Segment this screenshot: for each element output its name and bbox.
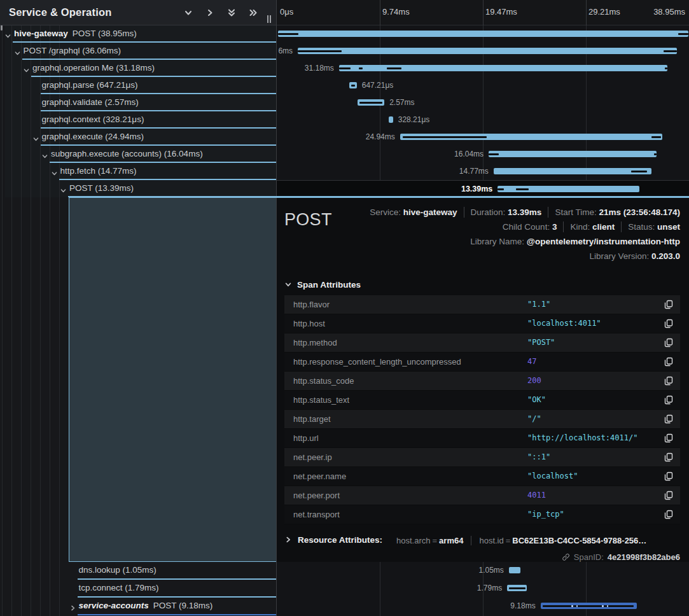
span-duration-bar[interactable]	[498, 186, 639, 192]
chevron-down-icon[interactable]	[14, 48, 21, 55]
attribute-row[interactable]: net.transport"ip_tcp"	[284, 505, 680, 524]
copy-icon[interactable]	[664, 452, 674, 462]
span-duration-bar[interactable]	[278, 31, 688, 37]
span-color-underline	[78, 614, 277, 615]
attribute-row[interactable]: http.target"/"	[284, 410, 680, 429]
span-attributes-header[interactable]: Span Attributes	[284, 280, 680, 290]
tree-row[interactable]: graphql.operation Me (31.18ms)	[0, 60, 276, 77]
span-name-label: dns.lookup (1.05ms)	[79, 565, 157, 575]
span-duration-bar[interactable]	[400, 134, 662, 140]
span-duration-bar[interactable]	[339, 65, 667, 71]
span-duration-bar[interactable]	[494, 168, 651, 174]
attribute-value: "localhost"	[527, 472, 664, 480]
copy-icon[interactable]	[664, 509, 674, 519]
tree-panel-title: Service & Operation	[0, 6, 112, 18]
tree-panel-header: Service & Operation	[0, 0, 276, 25]
attribute-row[interactable]: http.host"localhost:4011"	[284, 314, 680, 333]
attribute-value: "http://localhost:4011/"	[527, 433, 664, 442]
span-duration-bar[interactable]	[389, 116, 393, 123]
tree-row[interactable]: graphql.execute (24.94ms)	[0, 129, 276, 146]
copy-icon[interactable]	[664, 395, 674, 405]
attribute-row[interactable]: http.status_text"OK"	[284, 391, 680, 410]
attribute-row[interactable]: http.url"http://localhost:4011/"	[284, 429, 680, 448]
copy-icon[interactable]	[664, 375, 674, 386]
timeline-row[interactable]: 328.21μs	[277, 111, 689, 129]
timeline-row[interactable]: 24.94ms	[277, 129, 689, 146]
attribute-row[interactable]: http.response_content_length_uncompresse…	[284, 353, 680, 372]
chevrons-right-icon[interactable]	[247, 8, 258, 18]
span-duration-bar[interactable]	[541, 603, 637, 609]
attribute-row[interactable]: net.peer.ip"::1"	[284, 448, 680, 467]
timeline-tick: 0μs	[280, 7, 293, 17]
chevron-down-icon[interactable]	[23, 65, 30, 72]
tree-row[interactable]: subgraph.execute (accounts) (16.04ms)	[0, 146, 276, 163]
tree-row[interactable]: tcp.connect (1.79ms)	[0, 580, 276, 598]
operation-name: POST (13.39ms)	[69, 183, 134, 193]
span-duration-bar[interactable]	[509, 567, 520, 573]
span-id-value[interactable]: 4e21998f3b82abe6	[608, 552, 680, 562]
tree-row[interactable]: graphql.parse (647.21μs)	[0, 77, 276, 94]
chevron-right-icon[interactable]	[69, 603, 76, 610]
chevron-down-icon[interactable]	[183, 8, 193, 18]
tree-row[interactable]: graphql.validate (2.57ms)	[0, 94, 276, 111]
tree-row[interactable]: dns.lookup (1.05ms)	[0, 562, 276, 580]
copy-icon[interactable]	[664, 471, 674, 481]
copy-icon[interactable]	[664, 433, 674, 443]
attribute-key: http.target	[293, 414, 527, 424]
span-duration-bar[interactable]	[298, 48, 677, 54]
attribute-key: http.flavor	[293, 300, 527, 309]
copy-icon[interactable]	[664, 414, 674, 424]
timeline-row[interactable]: 31.18ms	[277, 60, 689, 77]
chevron-down-icon[interactable]	[51, 168, 58, 175]
attribute-row[interactable]: net.peer.name"localhost"	[284, 467, 680, 486]
timeline-row[interactable]: 13.39ms	[277, 180, 689, 197]
chevron-down-icon[interactable]	[4, 31, 11, 38]
span-duration-bar[interactable]	[349, 82, 357, 88]
attribute-row[interactable]: http.status_code200	[284, 372, 680, 391]
chevron-right-icon[interactable]	[204, 8, 215, 18]
timeline-row[interactable]: 14.77ms	[277, 163, 689, 180]
copy-icon[interactable]	[664, 356, 674, 367]
span-duration-bar[interactable]	[489, 151, 657, 157]
span-duration-bar[interactable]	[507, 585, 527, 591]
timeline-gridline	[586, 0, 587, 25]
child-span-mark	[654, 153, 657, 155]
timeline-row[interactable]: 1.05ms	[277, 562, 689, 580]
tree-row[interactable]: http.fetch (14.77ms)	[0, 163, 276, 180]
timeline-row[interactable]: 1.79ms	[277, 580, 689, 598]
attribute-row[interactable]: net.peer.port4011	[284, 486, 680, 505]
span-name-label: service-accountsPOST (9.18ms)	[79, 601, 213, 610]
service-name: hive-gateway	[14, 29, 68, 38]
timeline-row[interactable]: 647.21μs	[277, 77, 689, 94]
chevron-down-icon[interactable]	[60, 185, 67, 192]
child-span-mark	[387, 67, 401, 69]
attribute-key: http.response_content_length_uncompresse…	[293, 357, 527, 367]
copy-icon[interactable]	[664, 337, 674, 347]
span-name-label: POST (13.39ms)	[69, 183, 134, 193]
attribute-value: 47	[527, 357, 664, 366]
copy-icon[interactable]	[664, 318, 674, 328]
attribute-row[interactable]: http.flavor"1.1"	[284, 295, 680, 314]
resource-attributes-row[interactable]: Resource Attributes: host.arch=arm64host…	[284, 535, 680, 546]
link-icon[interactable]	[562, 553, 570, 561]
timeline-rows-bottom: 1.05ms1.79ms9.18ms	[277, 562, 689, 616]
timeline-row[interactable]: 2.57ms	[277, 94, 689, 111]
copy-icon[interactable]	[664, 490, 674, 500]
span-name-label: hive-gatewayPOST (38.95ms)	[14, 29, 137, 38]
timeline-row[interactable]: 6ms	[277, 43, 689, 60]
timeline-row[interactable]: 16.04ms	[277, 146, 689, 163]
span-duration-bar[interactable]	[358, 99, 384, 106]
timeline-row[interactable]	[277, 25, 689, 43]
chevron-down-icon[interactable]	[41, 151, 48, 158]
tree-row[interactable]: service-accountsPOST (9.18ms)	[0, 598, 276, 615]
tree-row[interactable]: POST /graphql (36.06ms)	[0, 43, 276, 60]
panel-resize-handle[interactable]	[267, 15, 272, 23]
tree-row[interactable]: hive-gatewayPOST (38.95ms)	[0, 25, 276, 43]
chevron-down-icon[interactable]	[32, 134, 39, 141]
tree-row[interactable]: graphql.context (328.21μs)	[0, 111, 276, 129]
attribute-row[interactable]: http.method"POST"	[284, 333, 680, 353]
chevrons-down-icon[interactable]	[226, 8, 237, 18]
timeline-row[interactable]: 9.18ms	[277, 598, 689, 615]
tree-row[interactable]: POST (13.39ms)	[0, 180, 276, 197]
copy-icon[interactable]	[664, 299, 674, 309]
